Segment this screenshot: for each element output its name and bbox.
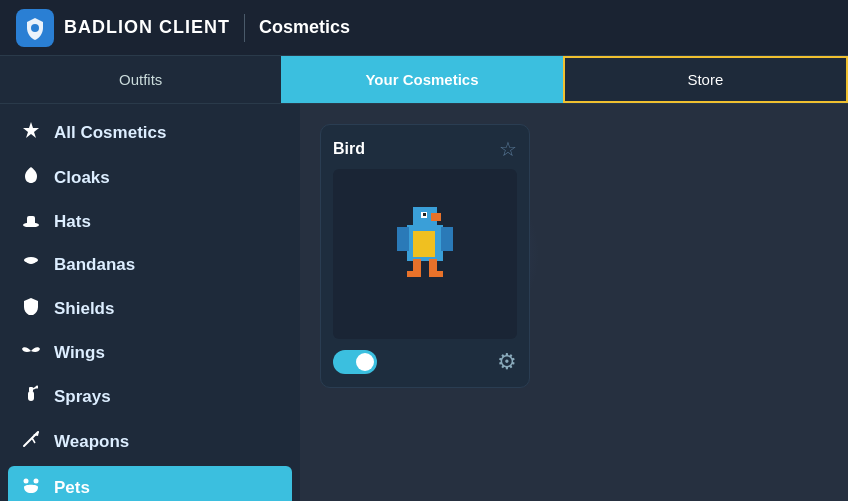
svg-rect-17 xyxy=(423,213,426,216)
svg-rect-25 xyxy=(429,271,443,277)
svg-point-13 xyxy=(34,479,39,484)
svg-rect-5 xyxy=(28,391,34,401)
logo-badge xyxy=(16,9,54,47)
sidebar-label-sprays: Sprays xyxy=(54,387,111,407)
hats-icon xyxy=(20,211,42,232)
sidebar-item-weapons[interactable]: Weapons xyxy=(0,419,300,464)
bird-sprite xyxy=(385,199,465,309)
card-star-button[interactable]: ☆ xyxy=(499,137,517,161)
sidebar-label-hats: Hats xyxy=(54,212,91,232)
sidebar-item-pets[interactable]: Pets xyxy=(8,466,292,501)
sidebar-item-shields[interactable]: Shields xyxy=(0,286,300,331)
svg-rect-23 xyxy=(407,271,421,277)
all-cosmetics-icon xyxy=(20,121,42,144)
sidebar-item-bandanas[interactable]: Bandanas xyxy=(0,243,300,286)
svg-point-4 xyxy=(24,257,38,263)
section-title: Cosmetics xyxy=(259,17,350,38)
sidebar-label-pets: Pets xyxy=(54,478,90,498)
sidebar-item-wings[interactable]: Wings xyxy=(0,331,300,374)
sidebar-item-all-cosmetics[interactable]: All Cosmetics xyxy=(0,110,300,155)
svg-marker-1 xyxy=(23,122,39,138)
cosmetic-card-bird: Bird ☆ xyxy=(320,124,530,388)
svg-rect-3 xyxy=(27,216,35,225)
app-header: BADLION CLIENT Cosmetics xyxy=(0,0,848,56)
header-divider xyxy=(244,14,245,42)
weapons-icon xyxy=(20,430,42,453)
svg-point-0 xyxy=(31,24,39,32)
sidebar-label-bandanas: Bandanas xyxy=(54,255,135,275)
shields-icon xyxy=(20,297,42,320)
tab-outfits[interactable]: Outfits xyxy=(0,56,281,103)
sidebar-item-sprays[interactable]: Sprays xyxy=(0,374,300,419)
card-footer: ⚙ xyxy=(333,349,517,375)
sidebar-item-hats[interactable]: Hats xyxy=(0,200,300,243)
svg-point-12 xyxy=(24,479,29,484)
svg-line-10 xyxy=(32,438,35,443)
sidebar: All Cosmetics Cloaks Hats xyxy=(0,104,300,501)
pet-toggle[interactable] xyxy=(333,350,377,374)
svg-rect-21 xyxy=(441,227,453,251)
card-title: Bird xyxy=(333,140,365,158)
sidebar-label-wings: Wings xyxy=(54,343,105,363)
sprays-icon xyxy=(20,385,42,408)
tab-your-cosmetics[interactable]: Your Cosmetics xyxy=(281,56,562,103)
tab-store[interactable]: Store xyxy=(563,56,848,103)
svg-rect-15 xyxy=(431,213,441,221)
card-gear-button[interactable]: ⚙ xyxy=(497,349,517,375)
sidebar-label-cloaks: Cloaks xyxy=(54,168,110,188)
svg-rect-20 xyxy=(397,227,409,251)
wings-icon xyxy=(20,342,42,363)
pets-icon xyxy=(20,477,42,498)
content-area: Bird ☆ xyxy=(300,104,848,501)
sidebar-label-all-cosmetics: All Cosmetics xyxy=(54,123,166,143)
svg-rect-19 xyxy=(413,231,435,257)
sidebar-label-weapons: Weapons xyxy=(54,432,129,452)
sidebar-label-shields: Shields xyxy=(54,299,114,319)
app-name: BADLION CLIENT xyxy=(64,17,230,38)
tab-bar: Outfits Your Cosmetics Store xyxy=(0,56,848,104)
bandanas-icon xyxy=(20,254,42,275)
cloaks-icon xyxy=(20,166,42,189)
toggle-knob xyxy=(356,353,374,371)
card-title-row: Bird ☆ xyxy=(333,137,517,161)
main-layout: All Cosmetics Cloaks Hats xyxy=(0,104,848,501)
svg-rect-6 xyxy=(29,387,33,392)
card-preview xyxy=(333,169,517,339)
sidebar-item-cloaks[interactable]: Cloaks xyxy=(0,155,300,200)
